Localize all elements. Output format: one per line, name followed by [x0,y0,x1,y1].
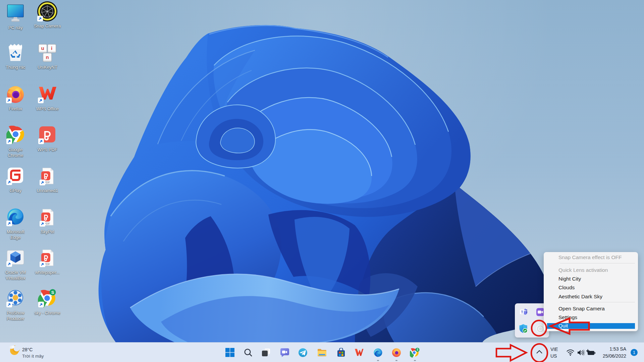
svg-text:S: S [51,290,54,295]
svg-text:u: u [41,45,44,51]
svg-text:i: i [51,45,52,51]
svg-text:T: T [521,310,523,314]
svg-text:$: $ [417,348,418,351]
svg-text:n: n [46,54,49,60]
